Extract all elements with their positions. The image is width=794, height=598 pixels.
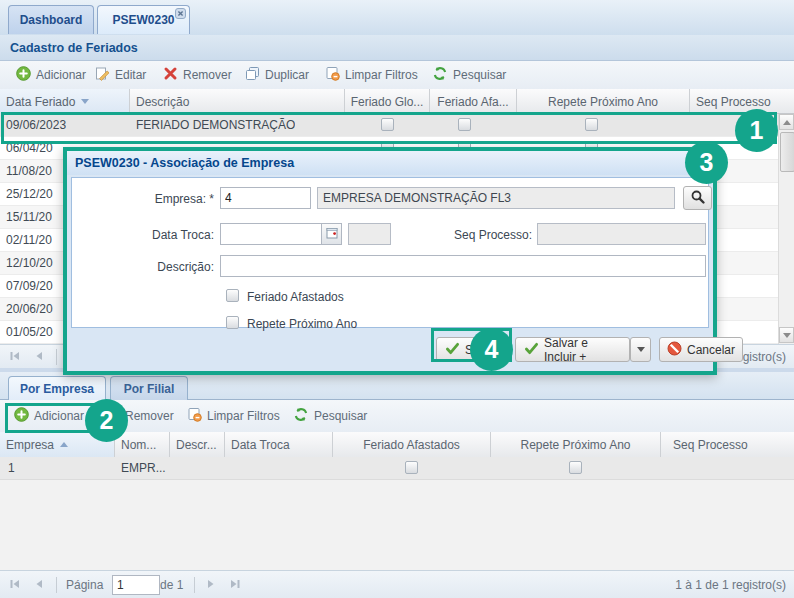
data-troca-label: Data Troca: [82,228,214,242]
tab-psew0230-label: PSEW0230 [112,13,174,27]
col-feriado-afastados[interactable]: Feriado Afastados [333,432,491,457]
col-data-troca[interactable]: Data Troca [225,432,333,457]
page-first-icon[interactable] [8,349,24,365]
scroll-up-button[interactable] [779,114,794,130]
remover-label: Remover [183,68,232,82]
calendar-trigger-button[interactable] [322,223,342,245]
panel-title: Cadastro de Feriados [10,41,138,55]
page-last-icon[interactable] [228,577,244,593]
check-icon [524,342,539,358]
col-seq-processo[interactable]: Seq Processo [690,89,794,114]
salvar-button[interactable]: Salvar [436,337,508,362]
dialog-body: Empresa: * EMPRESA DEMONSTRAÇÃO FL3 Data… [71,177,709,328]
limpar-filtros-button[interactable]: Limpar Filtros [322,65,421,85]
duplicar-button[interactable]: Duplicar [242,65,312,85]
triangle-down-icon [783,333,791,338]
bottom-grid-body: 1 EMPR... [0,457,794,570]
col-nome[interactable]: Nom... [115,432,170,457]
tab-por-filial[interactable]: Por Filial [110,376,188,400]
pesquisar-label: Pesquisar [314,409,367,423]
seq-processo-label: Seq Processo: [402,228,532,242]
checkbox[interactable] [405,461,418,474]
copy-icon [245,66,260,84]
check-icon [445,342,460,358]
pagina-label: Página [66,578,103,592]
page-number-input[interactable] [112,575,160,595]
page-prev-icon[interactable] [32,577,48,593]
pesquisar-button-bottom[interactable]: Pesquisar [290,406,370,426]
col-feriado-global[interactable]: Feriado Glo... [345,89,430,114]
sort-desc-icon [81,99,89,104]
dialog-header[interactable]: PSEW0230 - Associação de Empresa [67,151,713,175]
page-next-icon[interactable] [204,577,220,593]
bottom-paging-bar: Página de 1 1 à 1 de 1 registro(s) [0,570,794,598]
limpar-filtros-label: Limpar Filtros [207,409,280,423]
editar-button[interactable]: Editar [92,65,149,85]
checkbox[interactable] [458,118,471,131]
remove-icon [105,407,120,425]
app-screen: Dashboard PSEW0230 Cadastro de Feriados … [0,0,794,598]
tab-close-icon[interactable] [175,8,186,19]
table-row[interactable]: 09/06/2023 FERIADO DEMONSTRAÇÃO [0,114,778,137]
remover-button-bottom[interactable]: Remover [102,406,177,426]
salvar-incluir-dropdown-button[interactable] [630,337,651,362]
feriado-afastados-checkbox[interactable] [226,289,239,302]
dialog-footer: Salvar Salvar e Incluir + Cancelar [67,329,713,371]
descricao-label: Descrição: [82,260,214,274]
adicionar-button[interactable]: Adicionar [13,65,89,85]
toolbar-separator [56,349,57,365]
tab-por-empresa[interactable]: Por Empresa [8,376,106,400]
col-feriado-afastados[interactable]: Feriado Afa... [430,89,517,114]
pesquisar-button[interactable]: Pesquisar [429,65,509,85]
records-status: 1 à 1 de 1 registro(s) [675,578,786,592]
dialog-title: PSEW0230 - Associação de Empresa [75,156,294,170]
duplicar-label: Duplicar [265,68,309,82]
descricao-input[interactable] [220,255,706,277]
table-row[interactable]: 1 EMPR... [0,457,794,480]
cancelar-button[interactable]: Cancelar [659,337,743,362]
tab-psew0230[interactable]: PSEW0230 [97,5,190,34]
checkbox[interactable] [585,118,598,131]
empresa-code-input[interactable] [220,187,311,209]
calendar-icon [326,227,338,242]
checkbox[interactable] [569,461,582,474]
scroll-down-button[interactable] [779,327,794,343]
remover-button[interactable]: Remover [160,65,235,85]
col-data-feriado[interactable]: Data Feriado [0,89,130,114]
salvar-e-incluir-button[interactable]: Salvar e Incluir + [515,337,630,362]
main-toolbar: Adicionar Editar Remover Duplicar Limpar… [0,61,794,90]
data-troca-input[interactable] [220,223,322,245]
remover-label: Remover [125,409,174,423]
limpar-filtros-button-bottom[interactable]: Limpar Filtros [184,406,283,426]
refresh-icon [432,66,448,84]
repete-proximo-ano-checkbox[interactable] [226,316,239,329]
col-empresa[interactable]: Empresa [0,432,115,457]
checkbox[interactable] [381,118,394,131]
bottom-toolbar: Adicionar Remover Limpar Filtros Pesquis… [0,400,794,433]
associacao-empresa-dialog: PSEW0230 - Associação de Empresa Empresa… [63,147,717,375]
col-repete-proximo-ano[interactable]: Repete Próximo Ano [491,432,661,457]
page-of-label: de 1 [160,578,183,592]
col-seq-processo[interactable]: Seq Processo [661,432,794,457]
editar-label: Editar [115,68,146,82]
empresa-label: Empresa: * [82,192,214,206]
page-first-icon[interactable] [8,577,24,593]
scrollbar-thumb[interactable] [780,132,794,172]
col-descricao[interactable]: Descr... [170,432,225,457]
edit-icon [95,66,110,84]
empresa-search-button[interactable] [683,186,712,210]
bottom-grid-header: Empresa Nom... Descr... Data Troca Feria… [0,432,794,458]
remove-icon [163,66,178,84]
tab-dashboard[interactable]: Dashboard [8,5,94,34]
add-icon [16,66,31,84]
empresa-name-field: EMPRESA DEMONSTRAÇÃO FL3 [317,187,675,209]
adicionar-button-bottom[interactable]: Adicionar [11,406,87,426]
vertical-scrollbar[interactable] [778,114,794,344]
seq-processo-field [537,223,706,245]
refresh-icon [293,407,309,425]
toolbar-separator [194,577,195,593]
page-prev-icon[interactable] [32,349,48,365]
toolbar-separator [56,577,57,593]
col-repete-proximo-ano[interactable]: Repete Próximo Ano [517,89,690,114]
col-descricao[interactable]: Descrição [130,89,345,114]
